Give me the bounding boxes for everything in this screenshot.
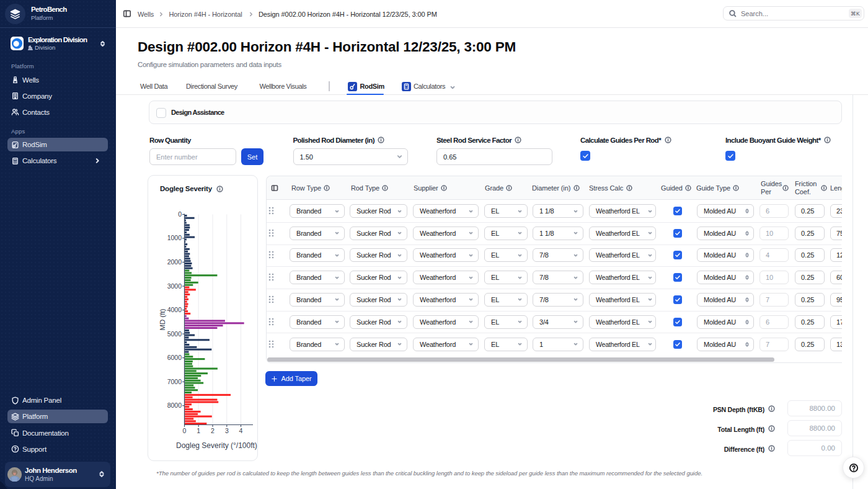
svg-text:7000: 7000	[167, 378, 182, 385]
svg-text:1: 1	[197, 427, 200, 434]
svg-text:2000: 2000	[167, 258, 182, 266]
svg-text:3000: 3000	[167, 282, 182, 290]
svg-text:2: 2	[211, 427, 215, 434]
svg-text:0: 0	[178, 210, 182, 218]
svg-text:MD (ft): MD (ft)	[159, 308, 166, 330]
svg-text:4: 4	[239, 427, 243, 434]
svg-text:1000: 1000	[167, 234, 182, 241]
svg-text:0: 0	[183, 427, 187, 434]
svg-text:3: 3	[225, 427, 229, 434]
svg-text:6000: 6000	[167, 354, 182, 361]
svg-text:5000: 5000	[167, 330, 182, 338]
svg-text:8000: 8000	[167, 402, 182, 409]
svg-text:4000: 4000	[167, 306, 182, 313]
